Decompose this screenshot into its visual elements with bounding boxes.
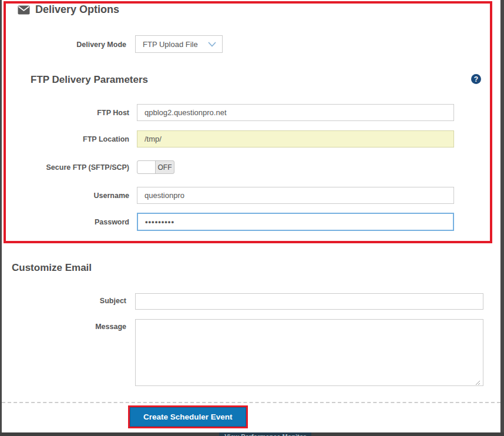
- subject-input[interactable]: [135, 293, 483, 310]
- secure-ftp-label: Secure FTP (SFTP/SCP): [23, 163, 129, 172]
- delivery-options-highlight-box: [4, 1, 492, 243]
- ftp-host-label: FTP Host: [23, 109, 129, 117]
- dashed-separator: [2, 402, 500, 403]
- delivery-mode-label: Delivery Mode: [21, 41, 126, 49]
- username-label: Username: [23, 192, 129, 200]
- help-icon[interactable]: ?: [471, 74, 481, 84]
- password-input[interactable]: [137, 213, 454, 231]
- delivery-options-heading: Delivery Options: [18, 4, 119, 16]
- bottom-clipped-bar: View Performance Monitor: [0, 432, 504, 436]
- username-input[interactable]: [137, 187, 454, 204]
- secure-ftp-toggle[interactable]: OFF: [137, 160, 174, 174]
- message-label: Message: [21, 323, 126, 331]
- ftp-host-input[interactable]: [137, 104, 454, 121]
- customize-email-heading: Customize Email: [12, 262, 92, 274]
- view-performance-monitor-link[interactable]: View Performance Monitor: [219, 432, 311, 436]
- delivery-mode-select[interactable]: FTP Upload File: [135, 35, 223, 53]
- ftp-location-label: FTP Location: [23, 135, 129, 143]
- ftp-location-input[interactable]: [137, 130, 454, 147]
- page-right-border: [500, 0, 504, 436]
- toggle-knob: [137, 161, 156, 173]
- delivery-options-title: Delivery Options: [35, 4, 119, 16]
- message-textarea[interactable]: [135, 319, 483, 386]
- chevron-down-icon: [208, 42, 216, 47]
- ftp-parameters-heading: FTP Delivery Parameters: [31, 74, 148, 86]
- delivery-mode-selected-value: FTP Upload File: [143, 40, 208, 49]
- scheduler-delivery-form: Delivery Options Delivery Mode FTP Uploa…: [0, 0, 504, 436]
- page-left-border: [0, 0, 2, 436]
- create-scheduler-event-button[interactable]: Create Scheduler Event: [130, 407, 246, 427]
- envelope-icon: [18, 5, 30, 15]
- password-label: Password: [23, 218, 129, 226]
- create-button-highlight-box: Create Scheduler Event: [128, 405, 248, 428]
- toggle-state-label: OFF: [156, 161, 174, 173]
- subject-label: Subject: [21, 297, 126, 305]
